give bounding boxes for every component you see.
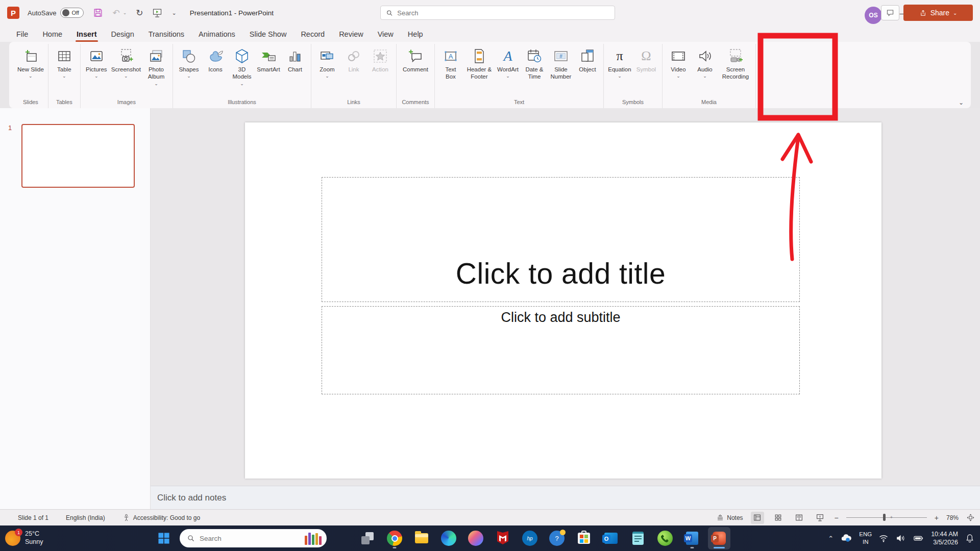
- tab-animations[interactable]: Animations: [191, 27, 242, 42]
- undo-icon[interactable]: ↶: [112, 9, 119, 17]
- get-help-button[interactable]: ?: [546, 527, 568, 549]
- header-footer-button[interactable]: Header & Footer: [464, 44, 495, 81]
- audio-icon: [697, 48, 713, 64]
- zoom-slider-thumb[interactable]: [883, 514, 886, 521]
- mcafee-button[interactable]: [492, 527, 514, 549]
- weather-widget[interactable]: 1 25°C Sunny: [5, 530, 43, 546]
- shapes-button[interactable]: Shapes ⌄: [176, 44, 202, 80]
- notes-toggle-button[interactable]: Notes: [716, 514, 743, 522]
- comment-bubble-icon: [886, 8, 895, 17]
- 3d-models-button[interactable]: 3D Models ⌄: [229, 44, 255, 87]
- phone-link-button[interactable]: [654, 527, 676, 549]
- powerpoint-logo-icon[interactable]: P: [7, 7, 19, 19]
- tab-home[interactable]: Home: [35, 27, 69, 42]
- microsoft-store-button[interactable]: [573, 527, 595, 549]
- reading-view-button[interactable]: [793, 512, 806, 524]
- text-box-button[interactable]: Text Box: [437, 44, 464, 81]
- start-button[interactable]: [156, 530, 172, 546]
- table-button[interactable]: Table ⌄: [51, 44, 78, 80]
- powerpoint-button[interactable]: P: [708, 527, 730, 549]
- outlook-button[interactable]: O: [600, 527, 622, 549]
- tray-time: 10:44 AM: [931, 530, 958, 538]
- chrome-button[interactable]: [383, 527, 406, 549]
- tab-record[interactable]: Record: [293, 27, 332, 42]
- search-input[interactable]: [397, 9, 609, 17]
- wordart-button[interactable]: WordArt ⌄: [495, 44, 521, 80]
- screen-recording-button[interactable]: Screen Recording: [718, 44, 753, 81]
- edge-button[interactable]: [437, 527, 460, 549]
- zoom-out-button[interactable]: −: [835, 514, 839, 522]
- slide-sorter-view-button[interactable]: [772, 512, 785, 524]
- tab-slide-show[interactable]: Slide Show: [242, 27, 294, 42]
- clock[interactable]: 10:44 AM 3/5/2026: [931, 530, 958, 547]
- tab-view[interactable]: View: [371, 27, 401, 42]
- comment-button[interactable]: Comment: [399, 44, 432, 73]
- battery-icon[interactable]: [912, 533, 924, 543]
- language-status[interactable]: English (India): [66, 514, 105, 521]
- title-placeholder[interactable]: Click to add title: [322, 177, 800, 302]
- pictures-button[interactable]: Pictures ⌄: [83, 44, 110, 80]
- slide-number-button[interactable]: Slide Number: [548, 44, 574, 81]
- photo-album-button[interactable]: Photo Album ⌄: [142, 44, 170, 87]
- tab-design[interactable]: Design: [104, 27, 141, 42]
- chart-button[interactable]: Chart: [282, 44, 308, 73]
- audio-button[interactable]: Audio ⌄: [692, 44, 718, 80]
- smartart-button[interactable]: SmartArt: [255, 44, 282, 73]
- ribbon-group-slides: New Slide ⌄ Slides: [13, 44, 48, 108]
- tab-review[interactable]: Review: [332, 27, 371, 42]
- zoom-button[interactable]: Zoom ⌄: [314, 44, 340, 80]
- start-slideshow-icon[interactable]: [152, 8, 162, 18]
- subtitle-placeholder[interactable]: Click to add subtitle: [322, 306, 800, 394]
- volume-icon[interactable]: [895, 533, 905, 543]
- notes-pane[interactable]: Click to add notes: [151, 486, 980, 509]
- normal-view-button[interactable]: [751, 512, 764, 524]
- new-slide-button[interactable]: New Slide ⌄: [16, 44, 45, 80]
- copilot-button[interactable]: [464, 527, 487, 549]
- slide-show-button[interactable]: [814, 512, 827, 524]
- hidden-icons-chevron[interactable]: ⌃: [828, 535, 834, 542]
- screenshot-button[interactable]: Screenshot ⌄: [110, 44, 142, 80]
- slide-thumbnail[interactable]: [21, 124, 135, 188]
- video-button[interactable]: Video ⌄: [665, 44, 692, 80]
- autosave-toggle[interactable]: Off: [60, 8, 84, 18]
- symbol-button: Ω Symbol: [633, 44, 659, 73]
- tab-file[interactable]: File: [9, 27, 35, 42]
- onedrive-icon[interactable]: [840, 532, 852, 544]
- titlebar-search[interactable]: [380, 6, 615, 20]
- icons-button[interactable]: Icons: [202, 44, 229, 73]
- word-button[interactable]: W: [681, 527, 703, 549]
- avatar[interactable]: OS: [865, 7, 882, 24]
- share-button[interactable]: Share ⌄: [903, 5, 973, 21]
- tab-insert[interactable]: Insert: [69, 27, 104, 42]
- collapse-ribbon-icon[interactable]: ⌄: [959, 99, 964, 106]
- notifications-icon[interactable]: [965, 533, 975, 543]
- fit-slide-to-window-icon[interactable]: [966, 513, 975, 522]
- language-switcher[interactable]: ENG IN: [859, 531, 872, 546]
- wifi-icon[interactable]: [878, 533, 889, 543]
- tab-help[interactable]: Help: [401, 27, 430, 42]
- comments-button[interactable]: [881, 5, 899, 20]
- undo-dropdown-icon[interactable]: ⌄: [123, 10, 127, 15]
- group-label-images: Images: [83, 98, 170, 108]
- qat-overflow-icon[interactable]: ⌄: [172, 10, 176, 16]
- zoom-slider[interactable]: +: [846, 517, 927, 518]
- taskbar-search[interactable]: [180, 529, 327, 547]
- save-icon[interactable]: [93, 8, 103, 18]
- file-explorer-button[interactable]: [410, 527, 433, 549]
- date-time-button[interactable]: Date & Time: [521, 44, 548, 81]
- dropdown-chevron-icon: ⌄: [676, 73, 680, 79]
- taskbar-search-input[interactable]: [200, 535, 286, 542]
- hp-button[interactable]: hp: [519, 527, 541, 549]
- zoom-in-button[interactable]: +: [935, 514, 939, 522]
- symbol-omega-icon: Ω: [641, 49, 651, 63]
- task-view-button[interactable]: [356, 527, 379, 549]
- accessibility-status[interactable]: Accessibility: Good to go: [122, 514, 200, 521]
- equation-button[interactable]: π Equation ⌄: [606, 44, 633, 80]
- tab-transitions[interactable]: Transitions: [141, 27, 191, 42]
- photo-album-icon: [148, 48, 164, 64]
- notepad-button[interactable]: [627, 527, 649, 549]
- slide-number-icon: [553, 48, 569, 64]
- redo-icon[interactable]: ↻: [136, 9, 143, 17]
- object-button[interactable]: Object: [574, 44, 601, 73]
- zoom-level[interactable]: 78%: [946, 514, 959, 521]
